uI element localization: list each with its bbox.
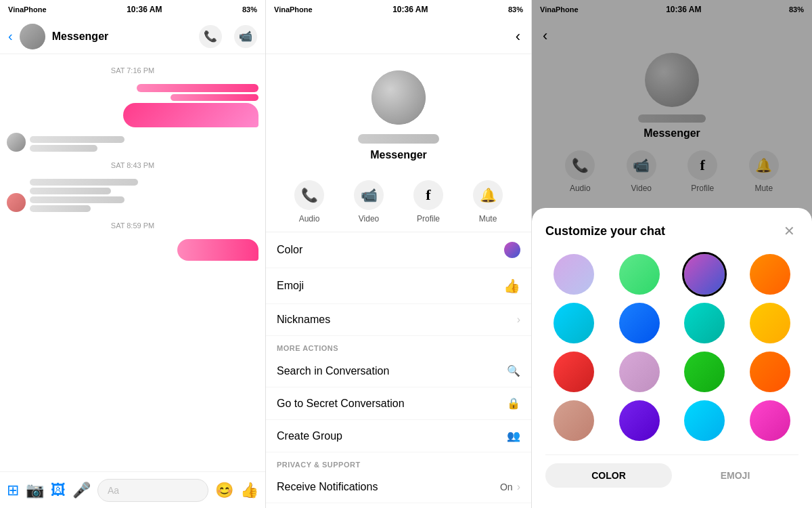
create-group-label: Create Group [277, 430, 507, 442]
secret-conversation-item[interactable]: Go to Secret Conversation 🔒 [266, 387, 531, 420]
modal-overlay[interactable]: Customize your chat ✕ COLOR EMOJI [532, 0, 812, 508]
color-option-c10[interactable] [619, 352, 660, 392]
emoji-label: Emoji [277, 280, 503, 292]
mute-button[interactable]: 🔔 Mute [473, 180, 503, 224]
customize-modal: Customize your chat ✕ COLOR EMOJI [532, 208, 812, 508]
audio-label: Audio [299, 214, 320, 224]
color-option-c16[interactable] [750, 400, 790, 441]
profile-icon: f [413, 180, 443, 210]
avatar-small [7, 133, 26, 152]
notifications-value: On [500, 482, 513, 492]
profile-name-blur [358, 134, 439, 144]
mute-label: Mute [479, 214, 497, 224]
battery-1: 83% [242, 5, 257, 14]
message-bubble [171, 94, 258, 101]
action-buttons: 📞 Audio 📹 Video f Profile 🔔 Mute [266, 172, 531, 232]
time-2: 10:36 AM [392, 5, 428, 14]
more-actions-label: MORE ACTIONS [266, 336, 531, 355]
back-icon[interactable]: ‹ [8, 28, 13, 44]
chevron-right-icon: › [517, 314, 520, 326]
color-option-c2[interactable] [619, 254, 660, 295]
profile-avatar[interactable] [371, 70, 426, 125]
color-option-c13[interactable] [554, 400, 594, 441]
emoji-tab[interactable]: EMOJI [672, 463, 798, 488]
chat-header: ‹ Messenger 📞 📹 [0, 19, 265, 54]
secret-conversation-label: Go to Secret Conversation [277, 398, 507, 410]
search-icon-container: 🔍 [507, 364, 520, 377]
color-option-c8[interactable] [750, 303, 790, 343]
notifications-chevron: › [517, 481, 520, 493]
privacy-label: PRIVACY & SUPPORT [266, 452, 531, 471]
settings-panel: VinaPhone 10:36 AM 83% ‹ Messenger 📞 Aud… [266, 0, 532, 508]
color-option-c5[interactable] [554, 303, 594, 343]
like-icon[interactable]: 👍 [240, 482, 258, 499]
modal-tabs: COLOR EMOJI [545, 454, 798, 488]
image-icon[interactable]: 🖼 [51, 482, 66, 499]
settings-header: ‹ [266, 19, 531, 54]
color-option-c4[interactable] [750, 254, 790, 295]
lock-icon: 🔒 [507, 397, 520, 410]
lock-icon-container: 🔒 [507, 397, 520, 410]
time-1: 10:36 AM [127, 5, 162, 14]
search-conversation-item[interactable]: Search in Conversation 🔍 [266, 355, 531, 387]
message-row [7, 239, 258, 261]
video-icon: 📹 [354, 180, 384, 210]
modal-title: Customize your chat [545, 224, 780, 238]
phone-button[interactable]: 📞 [199, 25, 222, 48]
date-label-3: SAT 8:59 PM [7, 221, 258, 230]
color-option-c15[interactable] [684, 400, 725, 441]
message-bubble [137, 84, 258, 92]
apps-icon[interactable]: ⊞ [7, 482, 19, 499]
modal-header: Customize your chat ✕ [545, 221, 798, 240]
modal-close-button[interactable]: ✕ [780, 221, 798, 240]
profile-section: Messenger [266, 54, 531, 172]
video-label: Video [359, 214, 379, 224]
contact-avatar[interactable] [20, 24, 45, 49]
chat-header-actions: 📞 📹 [199, 25, 257, 48]
color-option-c9[interactable] [554, 352, 594, 392]
nicknames-label: Nicknames [277, 314, 517, 326]
date-label-2: SAT 8:43 PM [7, 161, 258, 169]
emoji-right: 👍 [503, 278, 520, 294]
emoji-item[interactable]: Emoji 👍 [266, 268, 531, 304]
carrier-1: VinaPhone [8, 5, 47, 14]
color-option-c14[interactable] [619, 400, 660, 441]
color-option-c12[interactable] [750, 352, 790, 392]
nicknames-item[interactable]: Nicknames › [266, 304, 531, 336]
color-option-c11[interactable] [684, 352, 725, 392]
camera-icon[interactable]: 📷 [26, 482, 44, 499]
mute-icon: 🔔 [473, 180, 503, 210]
message-row [7, 179, 258, 212]
color-right [504, 242, 520, 258]
color-option-c7[interactable] [684, 303, 725, 343]
messages-area[interactable]: SAT 7:16 PM SAT 8:43 PM [0, 54, 265, 471]
date-label-1: SAT 7:16 PM [7, 66, 258, 75]
emoji-icon[interactable]: 😊 [215, 482, 233, 499]
color-option-c1[interactable] [554, 254, 594, 295]
color-option-c6[interactable] [619, 303, 660, 343]
audio-icon: 📞 [294, 180, 324, 210]
notifications-label: Receive Notifications [277, 481, 500, 493]
emoji-indicator: 👍 [503, 278, 520, 294]
nicknames-right: › [517, 314, 520, 326]
create-group-item[interactable]: Create Group 👥 [266, 420, 531, 452]
close-settings-icon[interactable]: ‹ [516, 28, 520, 45]
message-input[interactable]: Aa [97, 479, 208, 502]
message-row [7, 133, 258, 152]
profile-button[interactable]: f Profile [413, 180, 443, 224]
audio-button[interactable]: 📞 Audio [294, 180, 324, 224]
color-tab[interactable]: COLOR [545, 463, 672, 488]
color-option-c3[interactable] [684, 254, 725, 295]
video-button[interactable]: 📹 Video [354, 180, 384, 224]
mic-icon[interactable]: 🎤 [72, 482, 91, 499]
notifications-item[interactable]: Receive Notifications On › [266, 471, 531, 503]
status-bar-1: VinaPhone 10:36 AM 83% [0, 0, 265, 19]
color-label: Color [277, 244, 504, 256]
group-icon: 👥 [507, 429, 520, 442]
profile-name: Messenger [370, 149, 427, 161]
video-button[interactable]: 📹 [234, 25, 257, 48]
contact-name[interactable]: Messenger [52, 30, 192, 43]
notifications-right: On › [500, 481, 520, 493]
color-item[interactable]: Color [266, 232, 531, 268]
customize-panel: VinaPhone 10:36 AM 83% ‹ Messenger 📞 Aud… [532, 0, 812, 508]
